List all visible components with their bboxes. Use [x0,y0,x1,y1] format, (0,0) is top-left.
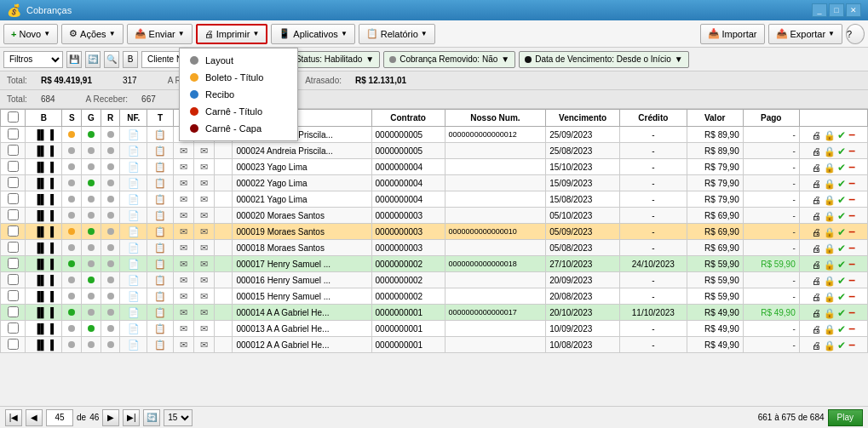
lock-action-icon[interactable]: 🔒 [824,179,836,189]
dropdown-recibo[interactable]: Recibo [180,86,297,103]
row-check[interactable] [1,175,26,191]
aplicativos-button[interactable]: 📱 Aplicativos ▼ [271,24,355,44]
print-action-icon[interactable]: 🖨 [812,146,821,157]
refresh-button[interactable]: 🔄 [143,409,160,426]
lock-action-icon[interactable]: 🔒 [824,340,836,351]
print-action-icon[interactable]: 🖨 [812,340,821,351]
row-check[interactable] [1,127,26,143]
dropdown-carne-titulo[interactable]: Carnê - Título [180,103,297,120]
lock-action-icon[interactable]: 🔒 [824,130,836,140]
help-button[interactable]: ? [846,24,865,44]
minus-action-icon[interactable]: – [848,289,855,303]
novo-button[interactable]: + Novo ▼ [3,24,58,44]
minus-action-icon[interactable]: – [848,225,855,238]
maximize-button[interactable]: □ [829,3,844,17]
row-check[interactable] [1,288,26,305]
lock-action-icon[interactable]: 🔒 [824,163,836,173]
lock-action-icon[interactable]: 🔒 [824,227,836,237]
lock-action-icon[interactable]: 🔒 [824,146,836,157]
per-page-select[interactable]: 15 [164,409,193,426]
enviar-button[interactable]: 📤 Enviar ▼ [127,24,193,44]
check-action-icon[interactable]: ✔ [837,243,846,254]
print-action-icon[interactable]: 🖨 [812,130,821,140]
dropdown-boleto[interactable]: Boleto - Título [180,69,297,86]
importar-button[interactable]: 📥 Importar [700,24,765,44]
lock-action-icon[interactable]: 🔒 [824,211,836,221]
minus-action-icon[interactable]: – [848,305,855,319]
print-action-icon[interactable]: 🖨 [812,308,821,318]
print-action-icon[interactable]: 🖨 [812,195,821,205]
check-action-icon[interactable]: ✔ [837,178,846,190]
print-action-icon[interactable]: 🖨 [812,227,821,237]
select-all-checkbox[interactable] [8,111,19,123]
lock-action-icon[interactable]: 🔒 [824,292,836,302]
close-button[interactable]: ✕ [846,3,861,17]
check-action-icon[interactable]: ✔ [837,129,846,141]
print-action-icon[interactable]: 🖨 [812,324,821,334]
relatorio-button[interactable]: 📋 Relatório ▼ [359,24,435,44]
check-action-icon[interactable]: ✔ [837,323,846,335]
check-action-icon[interactable]: ✔ [837,210,846,222]
row-check[interactable] [1,240,26,256]
dropdown-layout[interactable]: Layout [180,52,297,69]
row-check[interactable] [1,159,26,175]
row-check[interactable] [1,337,26,353]
check-action-icon[interactable]: ✔ [837,162,846,174]
filter-search-btn[interactable]: 🔍 [104,51,119,68]
print-action-icon[interactable]: 🖨 [812,179,821,189]
filter-save-btn[interactable]: 💾 [66,51,82,68]
minus-action-icon[interactable]: – [848,257,855,271]
row-check[interactable] [1,305,26,321]
acoes-button[interactable]: ⚙ Ações ▼ [61,24,124,44]
exportar-button[interactable]: 📤 Exportar ▼ [768,24,843,44]
minus-action-icon[interactable]: – [848,208,855,222]
print-action-icon[interactable]: 🖨 [812,163,821,173]
print-action-icon[interactable]: 🖨 [812,243,821,254]
minus-action-icon[interactable]: – [848,338,855,351]
check-action-icon[interactable]: ✔ [837,291,846,303]
check-action-icon[interactable]: ✔ [837,275,846,287]
print-action-icon[interactable]: 🖨 [812,276,821,286]
lock-action-icon[interactable]: 🔒 [824,324,836,334]
minus-action-icon[interactable]: – [848,128,855,141]
minus-action-icon[interactable]: – [848,160,855,174]
minus-action-icon[interactable]: – [848,241,855,254]
lock-action-icon[interactable]: 🔒 [824,243,836,254]
minus-action-icon[interactable]: – [848,144,855,157]
filter-clear-btn[interactable]: B [123,51,138,68]
title-bar-controls[interactable]: _ □ ✕ [812,3,861,17]
filtros-select[interactable]: Filtros [3,51,63,68]
minus-action-icon[interactable]: – [848,273,855,287]
vencimento-filter[interactable]: Data de Vencimento: Desde o Início ▼ [519,51,688,68]
check-action-icon[interactable]: ✔ [837,307,846,319]
print-action-icon[interactable]: 🖨 [812,260,821,270]
row-check[interactable] [1,224,26,240]
filter-refresh-btn[interactable]: 🔄 [85,51,101,68]
row-check[interactable] [1,256,26,272]
row-check[interactable] [1,321,26,337]
first-page-button[interactable]: |◀ [5,409,22,426]
minus-action-icon[interactable]: – [848,192,855,206]
last-page-button[interactable]: ▶| [123,409,140,426]
print-action-icon[interactable]: 🖨 [812,211,821,221]
row-check[interactable] [1,272,26,288]
check-action-icon[interactable]: ✔ [837,226,846,238]
print-action-icon[interactable]: 🖨 [812,292,821,302]
col-check[interactable] [1,110,26,127]
lock-action-icon[interactable]: 🔒 [824,308,836,318]
dropdown-carne-capa[interactable]: Carnê - Capa [180,120,297,137]
imprimir-button[interactable]: 🖨 Imprimir ▼ [196,24,268,44]
check-action-icon[interactable]: ✔ [837,146,846,157]
lock-action-icon[interactable]: 🔒 [824,260,836,270]
row-check[interactable] [1,143,26,159]
row-check[interactable] [1,191,26,208]
minus-action-icon[interactable]: – [848,176,855,190]
row-check[interactable] [1,208,26,224]
minus-action-icon[interactable]: – [848,322,855,335]
lock-action-icon[interactable]: 🔒 [824,195,836,205]
minimize-button[interactable]: _ [812,3,827,17]
lock-action-icon[interactable]: 🔒 [824,276,836,286]
prev-page-button[interactable]: ◀ [26,409,43,426]
check-action-icon[interactable]: ✔ [837,340,846,351]
current-page-input[interactable] [46,409,73,426]
